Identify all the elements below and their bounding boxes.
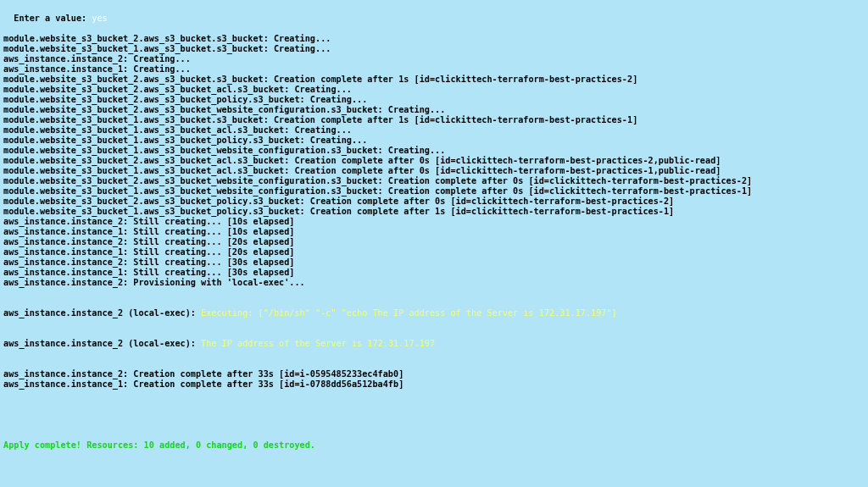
terminal-output[interactable]: Enter a value: yes module.website_s3_buc… bbox=[0, 0, 868, 487]
log-line: module.website_s3_bucket_2.aws_s3_bucket… bbox=[3, 75, 865, 85]
log-line: aws_instance.instance_1: Still creating.… bbox=[3, 227, 865, 237]
log-line: aws_instance.instance_2: Still creating.… bbox=[3, 257, 865, 268]
completion-lines: aws_instance.instance_2: Creation comple… bbox=[3, 369, 865, 390]
log-line: module.website_s3_bucket_1.aws_s3_bucket… bbox=[3, 207, 865, 217]
log-line: module.website_s3_bucket_1.aws_s3_bucket… bbox=[3, 125, 865, 136]
log-line: module.website_s3_bucket_2.aws_s3_bucket… bbox=[3, 196, 865, 207]
completion-line: aws_instance.instance_1: Creation comple… bbox=[3, 379, 865, 390]
input-prompt-value: yes bbox=[92, 14, 107, 23]
completion-line: aws_instance.instance_2: Creation comple… bbox=[3, 369, 865, 379]
log-line: aws_instance.instance_1: Still creating.… bbox=[3, 268, 865, 278]
log-line: module.website_s3_bucket_2.aws_s3_bucket… bbox=[3, 176, 865, 186]
log-line: module.website_s3_bucket_2.aws_s3_bucket… bbox=[3, 105, 865, 115]
log-line: module.website_s3_bucket_1.aws_s3_bucket… bbox=[3, 136, 865, 146]
input-prompt-label: Enter a value: bbox=[14, 14, 92, 23]
log-line: aws_instance.instance_2: Still creating.… bbox=[3, 237, 865, 247]
log-line: aws_instance.instance_1: Still creating.… bbox=[3, 247, 865, 257]
log-line: module.website_s3_bucket_2.aws_s3_bucket… bbox=[3, 156, 865, 166]
log-line: aws_instance.instance_2: Provisioning wi… bbox=[3, 278, 865, 288]
log-line: module.website_s3_bucket_1.aws_s3_bucket… bbox=[3, 146, 865, 156]
log-line: module.website_s3_bucket_2.aws_s3_bucket… bbox=[3, 95, 865, 105]
log-lines: module.website_s3_bucket_2.aws_s3_bucket… bbox=[3, 34, 865, 288]
log-line: module.website_s3_bucket_1.aws_s3_bucket… bbox=[3, 115, 865, 125]
log-line: module.website_s3_bucket_1.aws_s3_bucket… bbox=[3, 186, 865, 196]
log-line: module.website_s3_bucket_2.aws_s3_bucket… bbox=[3, 85, 865, 95]
log-line: aws_instance.instance_1: Creating... bbox=[3, 64, 865, 75]
local-exec-output: The IP address of the Server is 172.31.1… bbox=[201, 339, 435, 348]
local-exec-cmd: Executing: ["/bin/sh" "-c" "echo The IP … bbox=[201, 308, 617, 318]
log-line: module.website_s3_bucket_1.aws_s3_bucket… bbox=[3, 44, 865, 54]
apply-summary: Apply complete! Resources: 10 added, 0 c… bbox=[3, 440, 865, 451]
log-line: aws_instance.instance_2: Creating... bbox=[3, 54, 865, 64]
log-line: aws_instance.instance_2: Still creating.… bbox=[3, 217, 865, 227]
local-exec-prefix-2: aws_instance.instance_2 (local-exec): bbox=[3, 339, 201, 348]
log-line: module.website_s3_bucket_1.aws_s3_bucket… bbox=[3, 166, 865, 176]
log-line: module.website_s3_bucket_2.aws_s3_bucket… bbox=[3, 34, 865, 44]
local-exec-prefix-1: aws_instance.instance_2 (local-exec): bbox=[3, 308, 201, 318]
